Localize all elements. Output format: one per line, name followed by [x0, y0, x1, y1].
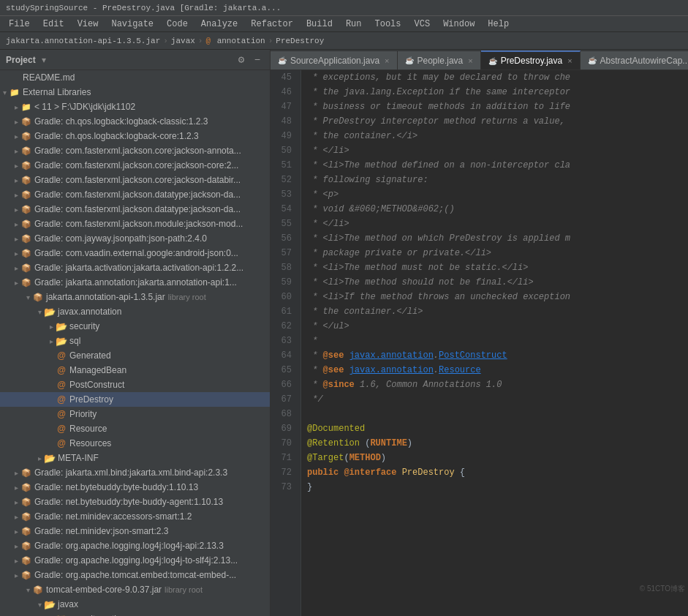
code-line: public @interface PreDestroy { — [307, 465, 688, 480]
menu-item-view[interactable]: View — [72, 18, 105, 31]
tree-arrow[interactable]: ▸ — [12, 176, 20, 184]
tree-arrow[interactable]: ▸ — [12, 557, 20, 565]
tree-arrow[interactable]: ▸ — [12, 103, 20, 111]
tree-item[interactable]: ▸📦Gradle: org.apache.tomcat.embed:tomcat… — [0, 568, 270, 582]
tree-arrow[interactable]: ▸ — [12, 264, 20, 272]
tree-arrow[interactable]: ▸ — [12, 191, 20, 199]
tree-item[interactable]: ▸📦Gradle: com.fasterxml.jackson.module:j… — [0, 217, 270, 231]
tree-item[interactable]: @PostConstruct — [0, 378, 270, 392]
tree-item[interactable]: ▸📦Gradle: com.fasterxml.jackson.core:jac… — [0, 143, 270, 158]
breadcrumb-item-1[interactable]: javax — [171, 37, 195, 45]
sidebar-tree[interactable]: README.md▾📁External Libraries▸📁< 11 > F:… — [0, 70, 270, 616]
tree-arrow[interactable]: ▸ — [12, 249, 20, 258]
tree-item[interactable]: ▾📂javax.annotation — [0, 304, 270, 319]
menu-item-build[interactable]: Build — [300, 18, 339, 31]
tree-item[interactable]: README.md — [0, 70, 270, 85]
tree-item[interactable]: @Resource — [0, 421, 270, 436]
tree-arrow[interactable]: ▸ — [12, 498, 20, 506]
tree-arrow[interactable]: ▸ — [12, 235, 20, 243]
tab-close-btn[interactable]: × — [385, 56, 389, 65]
breadcrumb-item-2[interactable]: @ annotation — [205, 37, 265, 45]
tree-item[interactable]: @Resources — [0, 436, 270, 451]
tree-arrow[interactable]: ▾ — [23, 293, 32, 301]
tree-item[interactable]: ▸📦Gradle: jakarta.xml.bind:jakarta.xml.b… — [0, 465, 270, 480]
tree-item[interactable]: ▸📦Gradle: ch.qos.logback:logback-classic… — [0, 114, 270, 129]
menu-item-vcs[interactable]: VCS — [409, 18, 436, 31]
tree-arrow[interactable]: ▸ — [12, 220, 20, 228]
menu-item-analyze[interactable]: Analyze — [195, 18, 243, 31]
tree-arrow[interactable]: ▸ — [12, 527, 20, 536]
tree-arrow[interactable]: ▸ — [12, 147, 20, 155]
tree-arrow[interactable]: ▸ — [47, 337, 56, 345]
tree-item[interactable]: ▸📦Gradle: net.minidev:accessors-smart:1.… — [0, 509, 270, 524]
menu-item-edit[interactable]: Edit — [37, 18, 70, 31]
tree-label: PreDestroy — [69, 394, 113, 405]
tree-item[interactable]: ▸📦Gradle: net.bytebuddy:byte-buddy:1.10.… — [0, 480, 270, 495]
sidebar-minimize-btn[interactable]: − — [251, 53, 264, 67]
tree-arrow[interactable]: ▾ — [23, 586, 32, 594]
menu-item-window[interactable]: Window — [437, 18, 480, 31]
tree-item[interactable]: @ManagedBean — [0, 363, 270, 378]
tree-item[interactable]: ▾📁External Libraries — [0, 85, 270, 99]
tree-arrow[interactable]: ▾ — [35, 601, 44, 609]
tree-arrow[interactable]: ▸ — [47, 323, 56, 331]
tree-item[interactable]: ▸📦Gradle: com.fasterxml.jackson.datatype… — [0, 202, 270, 217]
tree-item[interactable]: ▸📦Gradle: com.jayway.jsonpath:json-path:… — [0, 231, 270, 246]
sidebar-settings-btn[interactable]: ⚙ — [235, 53, 248, 67]
tree-item[interactable]: ▸📦Gradle: com.fasterxml.jackson.datatype… — [0, 187, 270, 202]
tree-arrow[interactable]: ▸ — [12, 279, 20, 287]
menu-item-help[interactable]: Help — [482, 18, 515, 31]
tree-arrow[interactable]: ▸ — [12, 162, 20, 170]
menu-item-run[interactable]: Run — [340, 18, 368, 31]
tree-item[interactable]: ▾📦jakarta.annotation-api-1.3.5.jarlibrar… — [0, 290, 270, 304]
tree-arrow[interactable]: ▾ — [35, 308, 44, 316]
tab-1[interactable]: ☕People.java× — [398, 50, 481, 70]
tree-item[interactable]: @Generated — [0, 348, 270, 363]
menu-item-code[interactable]: Code — [161, 18, 194, 31]
tree-item[interactable]: ▸📦Gradle: jakarta.annotation:jakarta.ann… — [0, 275, 270, 290]
tree-arrow[interactable]: ▸ — [35, 454, 44, 462]
tree-arrow[interactable]: ▸ — [12, 484, 20, 492]
tree-arrow[interactable]: ▸ — [12, 513, 20, 521]
tree-arrow[interactable]: ▸ — [12, 132, 20, 140]
breadcrumb-item-0[interactable]: jakarta.annotation-api-1.3.5.jar — [6, 37, 160, 45]
menu-item-refactor[interactable]: Refactor — [245, 18, 299, 31]
tree-arrow[interactable]: ▸ — [12, 206, 20, 214]
tree-item[interactable]: ▾📂javax — [0, 597, 270, 612]
tab-2[interactable]: ☕PreDestroy.java× — [481, 50, 581, 70]
tree-arrow[interactable]: ▸ — [12, 542, 20, 550]
tree-item[interactable]: @PreDestroy — [0, 392, 270, 407]
tree-item[interactable]: ▸📦Gradle: net.bytebuddy:byte-buddy-agent… — [0, 495, 270, 509]
line-numbers: 4546474849505152535455565758596061626364… — [271, 70, 301, 616]
tree-item[interactable]: ▸📂META-INF — [0, 451, 270, 465]
sidebar-dropdown-icon[interactable]: ▾ — [42, 55, 46, 65]
tree-item[interactable]: ▸📂security auth message — [0, 612, 270, 616]
tree-item[interactable]: ▾📦tomcat-embed-core-9.0.37.jarlibrary ro… — [0, 582, 270, 597]
tree-item[interactable]: ▸📁< 11 > F:\JDK\jdk\jdk1102 — [0, 99, 270, 114]
tree-item[interactable]: ▸📂security — [0, 319, 270, 334]
menu-item-tools[interactable]: Tools — [369, 18, 407, 31]
menu-item-navigate[interactable]: Navigate — [105, 18, 159, 31]
tab-3[interactable]: ☕AbstractAutowireCap...× — [581, 50, 688, 70]
tree-arrow[interactable]: ▸ — [12, 571, 20, 579]
tree-item[interactable]: ▸📦Gradle: com.fasterxml.jackson.core:jac… — [0, 173, 270, 187]
title-bar: studySpringSource - PreDestroy.java [Gra… — [0, 0, 688, 16]
breadcrumb-item-3[interactable]: PreDestroy — [276, 37, 324, 45]
tab-close-btn[interactable]: × — [567, 56, 572, 65]
tree-arrow[interactable]: ▾ — [0, 89, 9, 97]
tree-item[interactable]: ▸📦Gradle: com.fasterxml.jackson.core:jac… — [0, 158, 270, 173]
tree-item[interactable]: @Priority — [0, 407, 270, 421]
tree-arrow[interactable]: ▸ — [12, 118, 20, 126]
tree-item[interactable]: ▸📦Gradle: com.vaadin.external.google:and… — [0, 246, 270, 260]
tree-arrow[interactable]: ▸ — [12, 469, 20, 477]
tree-item[interactable]: ▸📦Gradle: net.minidev:json-smart:2.3 — [0, 524, 270, 538]
tab-close-btn[interactable]: × — [468, 56, 472, 65]
tree-item[interactable]: ▸📦Gradle: org.apache.logging.log4j:log4j… — [0, 553, 270, 568]
tab-0[interactable]: ☕SourceApplication.java× — [271, 50, 398, 70]
tree-item[interactable]: ▸📦Gradle: org.apache.logging.log4j:log4j… — [0, 538, 270, 553]
tree-item[interactable]: ▸📂sql — [0, 334, 270, 348]
tree-item[interactable]: ▸📦Gradle: jakarta.activation:jakarta.act… — [0, 260, 270, 275]
menu-item-file[interactable]: File — [3, 18, 36, 31]
code-content[interactable]: * exceptions, but it may be declared to … — [301, 70, 688, 616]
tree-item[interactable]: ▸📦Gradle: ch.qos.logback:logback-core:1.… — [0, 129, 270, 143]
